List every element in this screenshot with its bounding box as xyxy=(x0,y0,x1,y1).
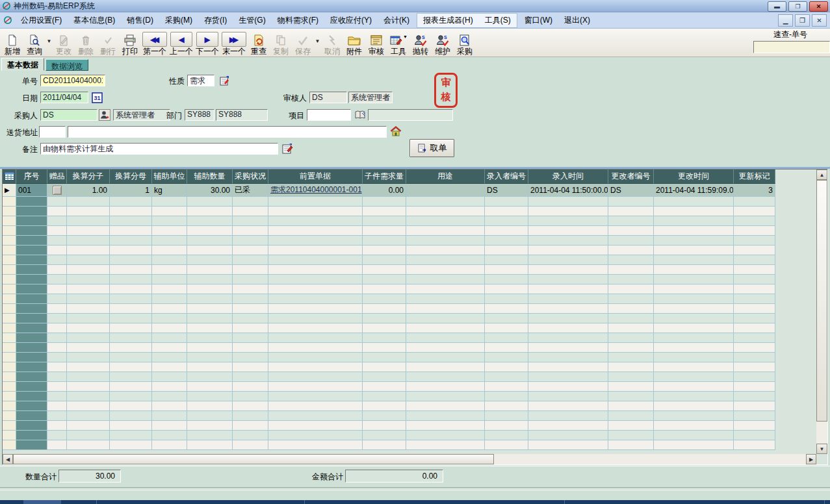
cell-11[interactable] xyxy=(485,362,528,372)
cell-10[interactable] xyxy=(406,226,485,236)
vertical-scroll-thumb[interactable] xyxy=(816,180,827,422)
cell-7[interactable] xyxy=(233,411,268,421)
cell-5[interactable] xyxy=(152,216,187,226)
cell-2[interactable] xyxy=(47,197,67,207)
cell-15[interactable] xyxy=(734,333,775,343)
cell-11[interactable] xyxy=(485,372,528,382)
cell-2[interactable] xyxy=(47,421,67,431)
cell-6[interactable] xyxy=(187,431,233,440)
cell-1[interactable] xyxy=(16,207,47,216)
cell-12[interactable] xyxy=(528,431,608,440)
cell-2[interactable] xyxy=(47,294,67,304)
cell-9[interactable] xyxy=(363,216,406,226)
cell-6[interactable] xyxy=(187,255,233,265)
cell-13[interactable] xyxy=(608,362,654,372)
cell-3[interactable] xyxy=(67,333,110,343)
cell-9[interactable] xyxy=(363,236,406,246)
cell-2[interactable] xyxy=(47,207,67,216)
cell-1[interactable] xyxy=(16,275,47,284)
cell-12[interactable] xyxy=(528,382,608,392)
cell-14[interactable] xyxy=(654,421,734,431)
cell-14[interactable] xyxy=(654,362,734,372)
cell-13[interactable]: DS xyxy=(608,184,654,197)
empty-table-row[interactable] xyxy=(3,323,816,333)
cell-8[interactable] xyxy=(268,304,363,314)
cell-10[interactable] xyxy=(406,401,485,411)
cell-14[interactable] xyxy=(654,431,734,440)
horizontal-scrollbar[interactable]: ◀ ▶ xyxy=(3,454,816,464)
column-header-12[interactable]: 录入时间 xyxy=(528,170,608,184)
cell-7[interactable] xyxy=(233,207,268,216)
cell-1[interactable] xyxy=(16,431,47,440)
cell-3[interactable] xyxy=(67,353,110,362)
cell-9[interactable] xyxy=(363,265,406,275)
cell-13[interactable] xyxy=(608,411,654,421)
cell-15[interactable] xyxy=(734,226,775,236)
cell-5[interactable] xyxy=(152,362,187,372)
empty-table-row[interactable] xyxy=(3,401,816,411)
cell-9[interactable] xyxy=(363,440,406,450)
cell-11[interactable] xyxy=(485,440,528,450)
minimize-button[interactable]: ▬ xyxy=(768,1,786,12)
cell-5[interactable]: kg xyxy=(152,184,187,197)
scroll-up-icon[interactable]: ▲ xyxy=(816,170,827,180)
cell-3[interactable] xyxy=(67,323,110,333)
empty-table-row[interactable] xyxy=(3,197,816,207)
scroll-left-icon[interactable]: ◀ xyxy=(3,454,13,464)
cell-1[interactable] xyxy=(16,372,47,382)
cell-8[interactable] xyxy=(268,343,363,353)
cell-4[interactable] xyxy=(110,275,152,284)
cell-15[interactable] xyxy=(734,284,775,294)
menu-item-accounting[interactable]: 会计(K) xyxy=(378,13,415,28)
empty-table-row[interactable] xyxy=(3,216,816,226)
cell-8[interactable] xyxy=(268,314,363,323)
cell-14[interactable]: 2011-04-04 11:59:09.0 xyxy=(654,184,734,197)
cell-9[interactable] xyxy=(363,294,406,304)
cell-11[interactable] xyxy=(485,421,528,431)
first-record-button[interactable]: ◀◀ 第一个 xyxy=(141,29,168,56)
cell-2[interactable] xyxy=(47,353,67,362)
table-row[interactable]: ▶0011.001kg30.00已采需求20110404000001-0010.… xyxy=(3,184,816,197)
cell-1[interactable] xyxy=(16,353,47,362)
cell-14[interactable] xyxy=(654,314,734,323)
cell-3[interactable] xyxy=(67,362,110,372)
cell-11[interactable] xyxy=(485,392,528,401)
cell-8[interactable] xyxy=(268,353,363,362)
cell-6[interactable] xyxy=(187,314,233,323)
cell-3[interactable] xyxy=(67,431,110,440)
column-header-8[interactable]: 前置单据 xyxy=(268,170,363,184)
cell-1[interactable] xyxy=(16,284,47,294)
cell-15[interactable] xyxy=(734,431,775,440)
cell-5[interactable] xyxy=(152,421,187,431)
cell-2[interactable] xyxy=(47,382,67,392)
cell-9[interactable] xyxy=(363,362,406,372)
cell-15[interactable] xyxy=(734,353,775,362)
cell-15[interactable] xyxy=(734,197,775,207)
delivery-address-input[interactable] xyxy=(68,126,387,138)
cell-10[interactable] xyxy=(406,431,485,440)
cell-10[interactable] xyxy=(406,216,485,226)
cell-8[interactable] xyxy=(268,362,363,372)
cell-3[interactable] xyxy=(67,304,110,314)
cell-12[interactable] xyxy=(528,314,608,323)
cell-5[interactable] xyxy=(152,323,187,333)
cell-2[interactable] xyxy=(47,226,67,236)
empty-table-row[interactable] xyxy=(3,440,816,450)
cell-6[interactable] xyxy=(187,401,233,411)
cell-12[interactable] xyxy=(528,411,608,421)
cell-9[interactable] xyxy=(363,411,406,421)
cell-6[interactable] xyxy=(187,246,233,255)
maintain-button[interactable]: S 维护 xyxy=(432,29,454,56)
cell-3[interactable] xyxy=(67,343,110,353)
cell-5[interactable] xyxy=(152,294,187,304)
column-header-4[interactable]: 换算分母 xyxy=(110,170,152,184)
cell-4[interactable] xyxy=(110,411,152,421)
cell-10[interactable] xyxy=(406,255,485,265)
cell-7[interactable] xyxy=(233,382,268,392)
cell-6[interactable] xyxy=(187,304,233,314)
cell-14[interactable] xyxy=(654,343,734,353)
cell-7[interactable] xyxy=(233,401,268,411)
close-button[interactable]: ✕ xyxy=(809,1,828,12)
column-header-7[interactable]: 采购状况 xyxy=(233,170,268,184)
cell-1[interactable] xyxy=(16,333,47,343)
